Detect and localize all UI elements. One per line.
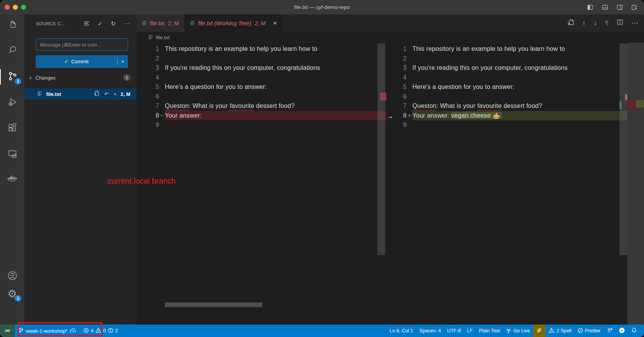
- code-line[interactable]: 7Queston: What is your favourite dessert…: [137, 101, 386, 111]
- open-file-icon[interactable]: [94, 90, 99, 97]
- sidebar-item-source-control[interactable]: 1: [0, 68, 24, 86]
- cursor-position-indicator[interactable]: Ln 8, Col 1: [386, 325, 416, 337]
- diff-sign: [159, 120, 165, 130]
- code-line[interactable]: 7Queston: What is your favourite dessert…: [386, 101, 644, 111]
- activity-bar: 1 ⚙ 1: [0, 14, 24, 325]
- discard-changes-icon[interactable]: ↶: [104, 91, 109, 97]
- line-content: [412, 120, 644, 130]
- changed-file-name: file.txt: [46, 91, 61, 97]
- code-line[interactable]: 2: [137, 54, 386, 64]
- spell-checker-indicator[interactable]: 2 Spell: [545, 325, 574, 337]
- close-icon[interactable]: ×: [273, 19, 277, 27]
- tab-file-txt[interactable]: file.txt 2, M: [137, 14, 185, 32]
- check-circle-icon: [619, 327, 625, 335]
- code-line[interactable]: 6: [386, 92, 644, 102]
- split-editor-icon[interactable]: [617, 19, 623, 27]
- code-line[interactable]: 3If you're reading this on your computer…: [386, 63, 644, 73]
- encoding-indicator[interactable]: UTF-8: [444, 325, 464, 337]
- refresh-icon[interactable]: ↻: [111, 20, 116, 27]
- commit-dropdown-chevron-icon[interactable]: ∨: [118, 59, 128, 64]
- feedback-button[interactable]: [604, 325, 616, 337]
- language-mode-indicator[interactable]: Plain Text: [476, 325, 503, 337]
- code-line[interactable]: 9: [137, 120, 386, 130]
- more-actions-icon[interactable]: ⋯: [631, 19, 638, 27]
- code-line[interactable]: 2: [386, 54, 644, 64]
- accounts-button[interactable]: [0, 267, 24, 286]
- status-ok-button[interactable]: [616, 325, 628, 337]
- line-number: 5: [393, 82, 407, 92]
- settings-badge: 1: [15, 295, 21, 302]
- customize-layout-icon[interactable]: [631, 4, 638, 10]
- problems-indicator[interactable]: 4 0 2: [80, 325, 121, 337]
- zoom-window-button[interactable]: [21, 5, 26, 10]
- line-content: This repository is an example to help yo…: [165, 44, 386, 54]
- next-change-icon[interactable]: ↓: [594, 19, 597, 27]
- eol-indicator[interactable]: LF: [464, 325, 476, 337]
- line-content: Here's a question for you to answer:: [412, 82, 644, 92]
- previous-change-icon[interactable]: ↑: [582, 19, 586, 27]
- tab-file-txt-working-tree[interactable]: file.txt (Working Tree) 2, M ×: [185, 14, 282, 32]
- changes-section-header[interactable]: ∨ Changes 1: [24, 73, 137, 82]
- toggle-panel-icon[interactable]: [602, 4, 608, 10]
- search-icon: [7, 45, 17, 56]
- line-content: [165, 92, 386, 102]
- settings-button[interactable]: ⚙ 1: [0, 285, 24, 303]
- code-line[interactable]: 3If you're reading this on your computer…: [137, 63, 386, 73]
- right-vertical-scrollbar[interactable]: [620, 43, 627, 255]
- sidebar-item-search[interactable]: [0, 41, 24, 60]
- code-line[interactable]: 1This repository is an example to help y…: [386, 44, 644, 54]
- close-window-button[interactable]: [5, 5, 10, 10]
- more-actions-icon[interactable]: ⋯: [124, 20, 130, 27]
- line-content: Your answer: vegan cheese 🥧: [412, 111, 644, 121]
- diff-sign: [407, 120, 412, 130]
- minimize-window-button[interactable]: [13, 5, 18, 10]
- open-remote-window-button[interactable]: ><: [0, 325, 15, 337]
- diff-sign: [159, 63, 165, 73]
- warning-triangle-icon: [549, 328, 554, 334]
- sidebar-item-explorer[interactable]: [0, 16, 24, 35]
- window-title: file.txt — cyf-demo-repo: [0, 4, 644, 10]
- code-line[interactable]: 1This repository is an example to help y…: [137, 44, 386, 54]
- changed-file-row[interactable]: file.txt ↶ + 2, M: [24, 89, 137, 99]
- panel-title: SOURCE C...: [36, 21, 65, 26]
- diff-sign: [407, 73, 412, 83]
- code-line[interactable]: 4: [137, 73, 386, 83]
- view-and-sort-icon[interactable]: [84, 21, 90, 27]
- left-vertical-scrollbar[interactable]: [377, 43, 385, 255]
- toggle-primary-sidebar-icon[interactable]: [587, 4, 594, 10]
- stage-changes-icon[interactable]: +: [113, 91, 116, 97]
- diff-overview-ruler[interactable]: [627, 43, 644, 325]
- sidebar-item-remote-explorer[interactable]: [0, 145, 24, 164]
- code-line[interactable]: 4: [386, 73, 644, 83]
- diff-change-arrow-icon[interactable]: →: [388, 113, 392, 121]
- sidebar-item-extensions[interactable]: [0, 119, 24, 137]
- go-live-button[interactable]: Go Live: [503, 325, 533, 337]
- sidebar-item-docker[interactable]: [0, 170, 24, 189]
- commit-message-input[interactable]: [36, 38, 128, 51]
- text-file-icon: [190, 20, 195, 26]
- code-line[interactable]: 5Here's a question for you to answer:: [137, 82, 386, 92]
- left-horizontal-scrollbar[interactable]: [165, 302, 262, 307]
- line-content: Queston: What is your favourite dessert …: [412, 101, 644, 111]
- breadcrumb[interactable]: file.txt: [137, 32, 644, 43]
- notifications-button[interactable]: [628, 325, 640, 337]
- warning-count: 0: [103, 328, 106, 334]
- code-line[interactable]: 8+Your answer: vegan cheese 🥧: [386, 111, 644, 121]
- extension-disabled-button[interactable]: [533, 325, 545, 337]
- code-line[interactable]: 5Here's a question for you to answer:: [386, 82, 644, 92]
- commit-check-icon[interactable]: ✓: [98, 20, 103, 27]
- diff-modified-pane[interactable]: → 1This repository is an example to help…: [386, 43, 644, 325]
- branch-indicator[interactable]: week-1-workshop*: [15, 325, 80, 337]
- whitespace-pilcrow-icon[interactable]: ¶: [605, 19, 609, 27]
- open-changes-icon[interactable]: [568, 19, 574, 28]
- code-line[interactable]: 9: [386, 120, 644, 130]
- diff-sign: [407, 82, 412, 92]
- code-line[interactable]: 6: [137, 92, 386, 102]
- sidebar-item-run-debug[interactable]: [0, 94, 24, 112]
- prettier-indicator[interactable]: Prettier: [575, 325, 604, 337]
- code-line[interactable]: 8−Your answer:: [137, 111, 386, 121]
- line-content: [412, 54, 644, 64]
- commit-button[interactable]: ✓ Commit ∨: [36, 55, 128, 68]
- toggle-secondary-sidebar-icon[interactable]: [616, 4, 623, 10]
- indentation-indicator[interactable]: Spaces: 4: [416, 325, 444, 337]
